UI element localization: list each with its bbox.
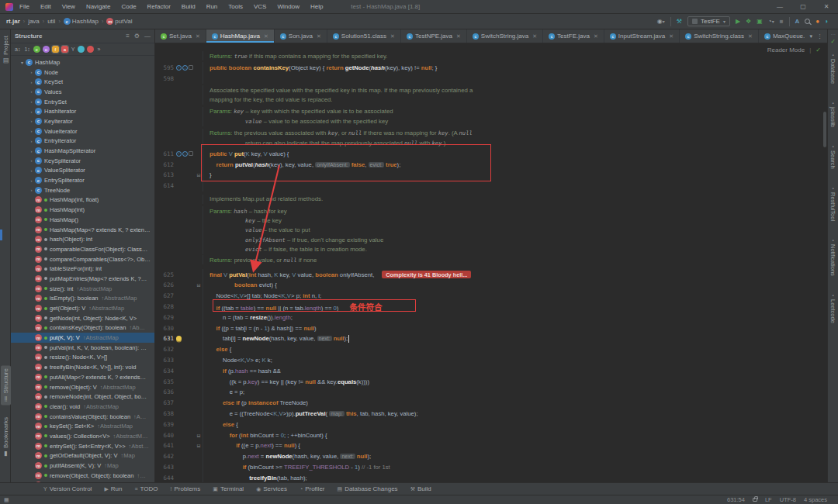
line-content[interactable]: value – value to be associated with the … xyxy=(203,118,388,125)
tab-close-icon[interactable]: ✕ xyxy=(196,33,200,40)
structure-item[interactable]: ›cHashMapSpliterator xyxy=(11,146,154,156)
editor-tab[interactable]: cSwitchString.class✕ xyxy=(680,29,759,43)
structure-item[interactable]: mremoveNode(int, Object, Object, bo… xyxy=(11,392,154,402)
chevron-icon[interactable]: ▾ xyxy=(19,60,26,65)
structure-item[interactable]: mremove(Object): V↑AbstractMap xyxy=(11,382,154,392)
structure-item[interactable]: mgetOrDefault(Object, V): V↑Map xyxy=(11,451,154,461)
editor-tab[interactable]: cSon.java✕ xyxy=(275,29,327,43)
structure-item[interactable]: mentrySet(): Set<Entry<K, V>>↑Abst… xyxy=(11,441,154,451)
hide-icon[interactable]: — xyxy=(144,33,151,40)
structure-item[interactable]: ›cEntryIterator xyxy=(11,136,154,147)
structure-item[interactable]: mtreeifyBin(Node<K, V>[], int): void xyxy=(11,362,154,372)
editor-tab[interactable]: cTestFE.java✕ xyxy=(543,29,604,43)
editor-doc-line[interactable]: Params: hash – hash for key xyxy=(155,206,827,216)
editor-tab[interactable]: cSet.java✕ xyxy=(155,29,206,43)
editor-code-line[interactable]: 613⊟} xyxy=(155,170,827,181)
inspection-check-icon[interactable]: ✓ xyxy=(830,38,836,45)
close-button[interactable]: ✕ xyxy=(815,3,838,10)
menu-item-code[interactable]: Code xyxy=(121,3,136,10)
line-separator[interactable]: LF xyxy=(765,496,772,503)
structure-item[interactable]: ›cKeySet xyxy=(11,77,154,87)
editor-code-line[interactable]: 639 else { xyxy=(155,419,827,430)
editor-doc-line[interactable]: onlyIfAbsent – if true, don't change exi… xyxy=(155,235,827,244)
editor-code-line[interactable]: 612 return putVal(hash(key), key, value,… xyxy=(155,159,827,170)
fold-marker[interactable]: ⊟ xyxy=(196,282,202,288)
line-content[interactable]: key – the key xyxy=(203,217,282,224)
line-content[interactable]: if ((e = p.next) == null) { xyxy=(203,442,300,449)
editor-doc-line[interactable]: value – the value to put xyxy=(155,226,827,235)
menu-item-navigate[interactable]: Navigate xyxy=(86,3,111,10)
structure-item[interactable]: mHashMap(int) xyxy=(11,205,154,215)
structure-item[interactable]: ›cValueSpliterator xyxy=(11,166,154,176)
editor-code-line[interactable]: 614 xyxy=(155,181,827,192)
tool-button-terminal[interactable]: ▣Terminal xyxy=(213,485,244,492)
breadcrumb-item[interactable]: rt.jar xyxy=(6,18,20,25)
menu-item-edit[interactable]: Edit xyxy=(40,3,51,10)
editor-doc-line[interactable]: key – the key xyxy=(155,216,827,225)
doc-render-toggle-icon[interactable] xyxy=(189,65,193,70)
search-icon[interactable] xyxy=(805,19,810,24)
line-content[interactable]: if (binCount >= TREEIFY_THRESHOLD - 1) /… xyxy=(203,464,390,471)
structure-item[interactable]: mputAll(Map<? extends K, ? extends… xyxy=(11,372,154,382)
line-content[interactable]: for (int binCount = 0; ; ++binCount) { xyxy=(203,432,327,439)
chevron-icon[interactable]: › xyxy=(28,119,35,123)
line-content[interactable]: Returns: previous value, or null if none xyxy=(203,257,317,264)
structure-item[interactable]: mcompareComparables(Class<?>, Ob… xyxy=(11,254,154,264)
tool-button-build[interactable]: ⚒Build xyxy=(410,485,431,492)
tool-button-jclasslib[interactable]: ▪jclasslib xyxy=(829,101,836,127)
menu-item-refactor[interactable]: Refactor xyxy=(147,3,171,10)
editor-code-line[interactable]: 644 treeifyBin(tab, hash); xyxy=(155,472,827,482)
structure-item[interactable]: ›cValues xyxy=(11,87,154,97)
overridden-icon[interactable]: ↓ xyxy=(182,65,188,71)
structure-item[interactable]: mtableSizeFor(int): int xyxy=(11,264,154,274)
line-content[interactable]: Associates the specified value with the … xyxy=(203,87,473,94)
show-anonymous-icon[interactable]: a xyxy=(61,46,68,53)
tool-button-database-changes[interactable]: ▤Database Changes xyxy=(338,485,398,492)
intention-bulb-icon[interactable] xyxy=(176,336,182,341)
line-content[interactable]: else { xyxy=(203,421,238,428)
line-content[interactable]: return putVal(hash(key), key, value, onl… xyxy=(203,161,400,168)
structure-item[interactable]: mputVal(int, K, V, boolean, boolean): … xyxy=(11,343,154,353)
line-content[interactable]: value – the value to put xyxy=(203,226,310,233)
line-content[interactable]: e = p; xyxy=(203,388,244,395)
toggle-red-icon[interactable] xyxy=(87,46,94,53)
show-classes-icon[interactable]: c xyxy=(33,46,40,53)
editor-code-line[interactable]: 641⊟ if ((e = p.next) == null) { xyxy=(155,440,827,451)
editor-code-line[interactable]: 625final V putVal(int hash, K key, V val… xyxy=(155,269,827,280)
reader-mode-toggle[interactable]: Reader Mode|✓ xyxy=(767,47,821,54)
more-icon[interactable]: » xyxy=(96,47,101,52)
editor-code-line[interactable]: 642 p.next = newNode(hash, key, value, n… xyxy=(155,451,827,462)
line-content[interactable]: ((k = p.key) == key || (key != null && k… xyxy=(203,378,369,385)
tool-button-notifications[interactable]: ▪Notifications xyxy=(829,238,836,276)
gradle-icon[interactable]: ● xyxy=(815,18,819,25)
coverage-icon[interactable]: ▣ xyxy=(757,18,763,25)
chevron-icon[interactable]: › xyxy=(28,109,35,114)
show-fields-icon[interactable]: f xyxy=(52,46,59,53)
maximize-button[interactable]: ▢ xyxy=(791,3,815,10)
editor-tab[interactable]: cSwitchString.java✕ xyxy=(467,29,543,43)
fold-marker[interactable]: ⊟ xyxy=(196,172,202,178)
structure-item[interactable]: ›cHashIterator xyxy=(11,106,154,116)
file-encoding[interactable]: UTF-8 xyxy=(780,496,796,503)
editor-doc-line[interactable]: Returns: the previous value associated w… xyxy=(155,129,827,138)
tool-button-run[interactable]: ▶Run xyxy=(104,485,122,492)
structure-item[interactable]: mresize(): Node<K, V>[] xyxy=(11,353,154,363)
editor-tab[interactable]: cMaxQueue.class✕ xyxy=(759,29,805,43)
tab-close-icon[interactable]: ✕ xyxy=(532,33,537,40)
editor-doc-line[interactable]: Implements Map.put and related methods. xyxy=(155,195,827,204)
line-content[interactable]: mapping for the key, the old value is re… xyxy=(203,96,333,103)
lock-icon[interactable] xyxy=(753,498,757,502)
structure-item[interactable]: mgetNode(int, Object): Node<K, V> xyxy=(11,313,154,323)
chevron-icon[interactable]: › xyxy=(28,158,35,163)
structure-item[interactable]: ›cKeySpliterator xyxy=(11,156,154,166)
doc-render-toggle-icon[interactable] xyxy=(189,151,193,156)
fold-marker[interactable]: ⊟ xyxy=(196,443,202,448)
editor-doc-line[interactable]: value – value to be associated with the … xyxy=(155,116,827,126)
line-content[interactable]: if (p.hash == hash && xyxy=(203,368,281,375)
line-content[interactable]: evict – if false, the table is in creati… xyxy=(203,246,367,253)
breadcrumb-item[interactable]: mputVal xyxy=(106,18,132,25)
editor-code-line[interactable]: 636 e = p; xyxy=(155,387,827,398)
editor-code-line[interactable]: 635 ((k = p.key) == key || (key != null … xyxy=(155,376,827,387)
line-content[interactable]: Implements Map.put and related methods. xyxy=(203,195,323,202)
editor-code-line[interactable]: 633 Node<K,V> e; K k; xyxy=(155,355,827,366)
